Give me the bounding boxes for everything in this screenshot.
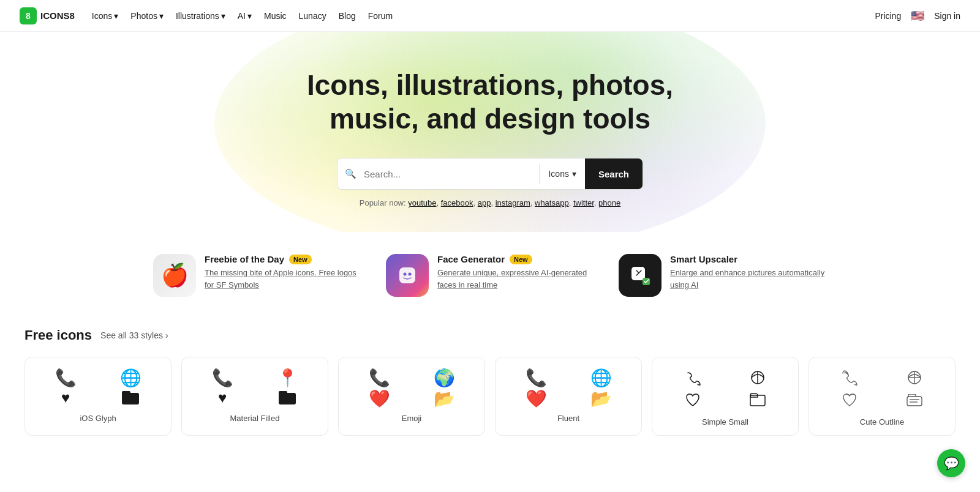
svg-point-2 (409, 273, 412, 276)
popular-now: Popular now: youtube, facebook, app, ins… (12, 198, 968, 207)
freebie-desc: The missing bite of Apple icons. Free lo… (205, 267, 361, 291)
icon-preview (122, 390, 139, 408)
feature-card-upscaler[interactable]: Smart Upscaler Enlarge and enhance pictu… (619, 254, 827, 297)
brand-name: ICONS8 (40, 10, 75, 21)
svg-rect-0 (399, 267, 415, 283)
sign-in-link[interactable]: Sign in (934, 11, 960, 21)
see-all-styles-link[interactable]: See all 33 styles › (100, 330, 168, 340)
nav-forum[interactable]: Forum (368, 11, 393, 21)
nav-illustrations[interactable]: Illustrations ▾ (176, 11, 225, 21)
icon-preview (750, 392, 766, 411)
icon-preview: 📞 (55, 370, 77, 387)
icon-style-grid: 📞 🌐 ♥ iOS Glyph 📞 📍 ♥ Material Filled (24, 357, 956, 436)
pricing-link[interactable]: Pricing (875, 11, 901, 21)
icon-style-cute-outline[interactable]: Cute Outline (809, 357, 956, 436)
logo[interactable]: 8 ICONS8 (20, 7, 75, 24)
style-name: Simple Small (702, 417, 748, 427)
icon-preview (685, 370, 701, 389)
icon-preview: 🌍 (434, 370, 455, 387)
icon-preview (842, 370, 858, 389)
logo-icon: 8 (20, 7, 37, 24)
svg-point-1 (404, 273, 407, 276)
popular-facebook[interactable]: facebook (441, 198, 473, 207)
nav-right: Pricing 🇺🇸 Sign in (875, 9, 960, 23)
icon-preview (907, 370, 922, 389)
nav-music[interactable]: Music (264, 11, 287, 21)
icon-style-fluent[interactable]: 📞 🌐 ❤️ 📂 Fluent (495, 357, 642, 436)
icon-preview: 📞 (526, 370, 547, 387)
icon-preview: 📞 (369, 370, 390, 387)
upscaler-icon (619, 254, 662, 297)
face-gen-title: Face Generator New (437, 254, 594, 264)
icon-preview (750, 370, 766, 389)
upscaler-title: Smart Upscaler (670, 254, 827, 264)
nav-items: Icons ▾ Photos ▾ Illustrations ▾ AI ▾ Mu… (92, 11, 393, 21)
hero-section: Icons, illustrations, photos, music, and… (0, 32, 980, 232)
style-name: Material Filled (230, 414, 280, 423)
icon-preview (685, 392, 701, 411)
popular-twitter[interactable]: twitter (573, 198, 594, 207)
svg-rect-8 (279, 391, 287, 395)
icon-style-emoji[interactable]: 📞 🌍 ❤️ 📂 Emoji (338, 357, 485, 436)
icon-preview: 📍 (277, 370, 298, 387)
icon-preview: 📞 (212, 370, 233, 387)
feature-cards: 🍎 Freebie of the Day New The missing bit… (0, 232, 980, 309)
icon-preview: ♥ (218, 390, 227, 408)
icon-style-ios-glyph[interactable]: 📞 🌐 ♥ iOS Glyph (24, 357, 172, 436)
hero-title: Icons, illustrations, photos, music, and… (12, 69, 968, 136)
search-icon: 🔍 (337, 168, 364, 179)
feature-card-face-gen[interactable]: Face Generator New Generate unique, expr… (386, 254, 594, 297)
feature-card-freebie[interactable]: 🍎 Freebie of the Day New The missing bit… (153, 254, 361, 297)
icon-preview (279, 390, 296, 408)
icon-preview: ♥ (61, 390, 70, 408)
nav-lunacy[interactable]: Lunacy (299, 11, 326, 21)
popular-phone[interactable]: phone (598, 198, 620, 207)
freebie-title: Freebie of the Day New (205, 254, 361, 264)
icon-style-simple-small[interactable]: Simple Small (652, 357, 799, 436)
popular-youtube[interactable]: youtube (408, 198, 436, 207)
style-name: Cute Outline (860, 417, 904, 427)
svg-rect-6 (122, 391, 130, 395)
icon-preview (842, 392, 858, 411)
section-header: Free icons See all 33 styles › (24, 327, 956, 343)
face-gen-icon (386, 254, 429, 297)
nav-photos[interactable]: Photos ▾ (130, 11, 164, 21)
icon-preview (907, 392, 922, 411)
search-bar: 🔍 Icons ▾ Search (337, 158, 643, 190)
popular-whatsapp[interactable]: whatsapp (535, 198, 569, 207)
icon-style-material-filled[interactable]: 📞 📍 ♥ Material Filled (181, 357, 328, 436)
search-input[interactable] (364, 160, 539, 188)
section-title: Free icons (24, 327, 92, 343)
icon-preview: 🌐 (590, 370, 612, 387)
svg-rect-13 (907, 397, 922, 406)
nav-blog[interactable]: Blog (339, 11, 356, 21)
face-gen-desc: Generate unique, expressive AI-generated… (437, 267, 594, 291)
freebie-badge: New (289, 255, 312, 264)
freebie-icon: 🍎 (153, 254, 196, 297)
face-gen-badge: New (510, 255, 532, 264)
icon-preview: ❤️ (369, 390, 390, 408)
style-name: Fluent (557, 414, 579, 423)
nav-icons[interactable]: Icons ▾ (92, 11, 118, 21)
style-name: Emoji (402, 414, 422, 423)
navigation: 8 ICONS8 Icons ▾ Photos ▾ Illustrations … (0, 0, 980, 32)
icon-preview: 🌐 (120, 370, 141, 387)
search-type-dropdown[interactable]: Icons ▾ (539, 164, 584, 184)
nav-ai[interactable]: AI ▾ (238, 11, 252, 21)
icon-preview: 📂 (434, 390, 455, 408)
icon-preview: 📂 (590, 390, 612, 408)
search-button[interactable]: Search (585, 158, 643, 189)
free-icons-section: Free icons See all 33 styles › 📞 🌐 ♥ iOS… (0, 309, 980, 448)
nav-left: 8 ICONS8 Icons ▾ Photos ▾ Illustrations … (20, 7, 393, 24)
language-flag[interactable]: 🇺🇸 (911, 9, 924, 23)
popular-app[interactable]: app (478, 198, 491, 207)
upscaler-desc: Enlarge and enhance pictures automatical… (670, 267, 827, 291)
icon-preview: ❤️ (526, 390, 547, 408)
popular-instagram[interactable]: instagram (496, 198, 530, 207)
style-name: iOS Glyph (80, 414, 116, 423)
